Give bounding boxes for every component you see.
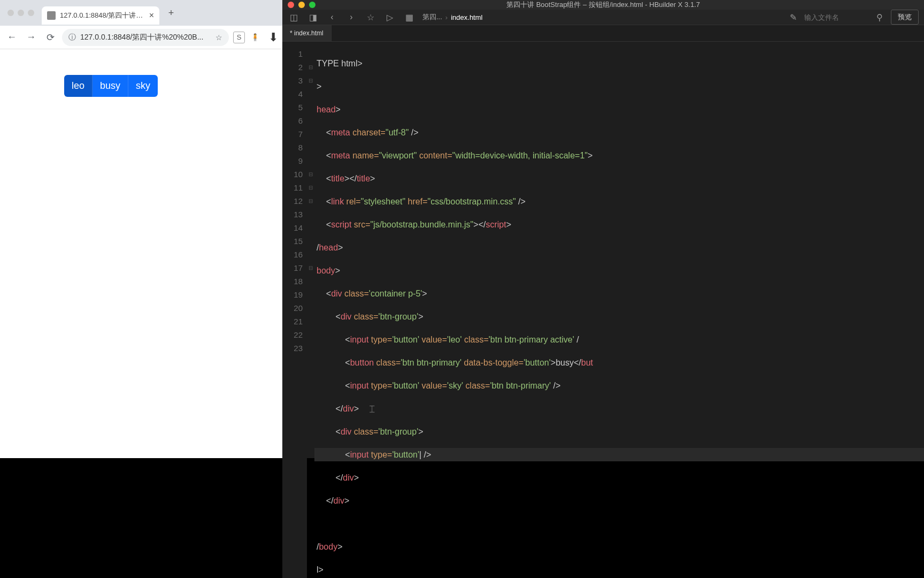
bookmark-star-icon[interactable]: ☆ — [215, 33, 222, 42]
code-editor[interactable]: 1234567891011121314151617181920212223 ⊟⊟… — [282, 42, 924, 578]
browser-window: 127.0.0.1:8848/第四十讲 Boot × + ← → ⟳ ⓘ 127… — [0, 0, 282, 458]
traffic-lights — [288, 2, 315, 8]
maximize-icon[interactable] — [28, 10, 34, 16]
ide-toolbar: ◫ ◨ ‹ › ☆ ▷ ▦ 第四... › index.html ✎ ⚲ 预览 — [282, 10, 924, 25]
browser-tab[interactable]: 127.0.0.1:8848/第四十讲 Boot × — [42, 6, 159, 25]
ide-titlebar: 第四十讲 BootStrap组件 – 按钮组/index.html - HBui… — [282, 0, 924, 10]
button-group: leo busy sky — [64, 75, 158, 97]
breadcrumb: 第四... › index.html — [422, 12, 482, 22]
ide-window: 第四十讲 BootStrap组件 – 按钮组/index.html - HBui… — [282, 0, 924, 458]
panel-icon[interactable]: ◫ — [288, 12, 299, 22]
extension-icon[interactable]: S — [233, 32, 245, 43]
panel-icon[interactable]: ◨ — [307, 12, 319, 22]
sky-button[interactable]: sky — [128, 75, 158, 97]
page-content: leo busy sky — [0, 49, 282, 458]
extension-icon[interactable]: 🧍 — [249, 32, 261, 43]
run-icon[interactable]: ▷ — [384, 12, 396, 22]
maximize-icon[interactable] — [309, 2, 315, 8]
breadcrumb-file[interactable]: index.html — [451, 13, 482, 21]
breadcrumb-folder[interactable]: 第四... — [422, 12, 442, 22]
minimize-icon[interactable] — [298, 2, 305, 8]
busy-button[interactable]: busy — [93, 75, 128, 97]
back-icon[interactable]: ‹ — [326, 12, 338, 22]
editor-tabbar: * index.html — [282, 25, 924, 42]
tab-title: 127.0.0.1:8848/第四十讲 Boot — [60, 11, 145, 20]
new-tab-button[interactable]: + — [164, 5, 179, 20]
file-tab[interactable]: * index.html — [282, 25, 332, 41]
address-bar[interactable]: ⓘ 127.0.0.1:8848/第四十讲%20%20B... ☆ — [62, 29, 229, 46]
forward-icon[interactable]: › — [345, 12, 357, 22]
back-button[interactable]: ← — [4, 30, 19, 45]
browser-tabstrip: 127.0.0.1:8848/第四十讲 Boot × + — [0, 0, 282, 26]
close-icon[interactable] — [288, 2, 294, 8]
forward-button[interactable]: → — [24, 30, 38, 45]
folder-icon[interactable]: ▦ — [403, 12, 415, 22]
fold-column[interactable]: ⊟⊟⊟⊟⊟⊟ — [307, 42, 314, 578]
star-icon[interactable]: ☆ — [365, 12, 376, 22]
close-icon[interactable] — [7, 10, 14, 16]
text-cursor-icon: ⌶ — [369, 404, 375, 413]
traffic-lights — [4, 10, 37, 16]
edit-icon[interactable]: ✎ — [787, 12, 799, 22]
chevron-right-icon: › — [445, 13, 448, 21]
favicon-icon — [47, 11, 56, 20]
reload-button[interactable]: ⟳ — [43, 30, 58, 45]
minimize-icon[interactable] — [18, 10, 24, 16]
filter-icon[interactable]: ⚲ — [874, 12, 886, 22]
preview-button[interactable]: 预览 — [891, 10, 919, 25]
url-text: 127.0.0.1:8848/第四十讲%20%20B... — [80, 33, 211, 42]
leo-button[interactable]: leo — [64, 75, 93, 97]
browser-toolbar: ← → ⟳ ⓘ 127.0.0.1:8848/第四十讲%20%20B... ☆ … — [0, 26, 282, 49]
window-title: 第四十讲 BootStrap组件 – 按钮组/index.html - HBui… — [506, 0, 700, 10]
close-tab-icon[interactable]: × — [149, 11, 154, 20]
code-area[interactable]: TYPE html> > head> <meta charset="utf-8"… — [314, 42, 924, 578]
line-gutter: 1234567891011121314151617181920212223 — [282, 42, 307, 578]
download-icon[interactable]: ⬇ — [265, 31, 278, 44]
info-icon: ⓘ — [68, 33, 76, 42]
file-search-input[interactable] — [804, 13, 868, 21]
